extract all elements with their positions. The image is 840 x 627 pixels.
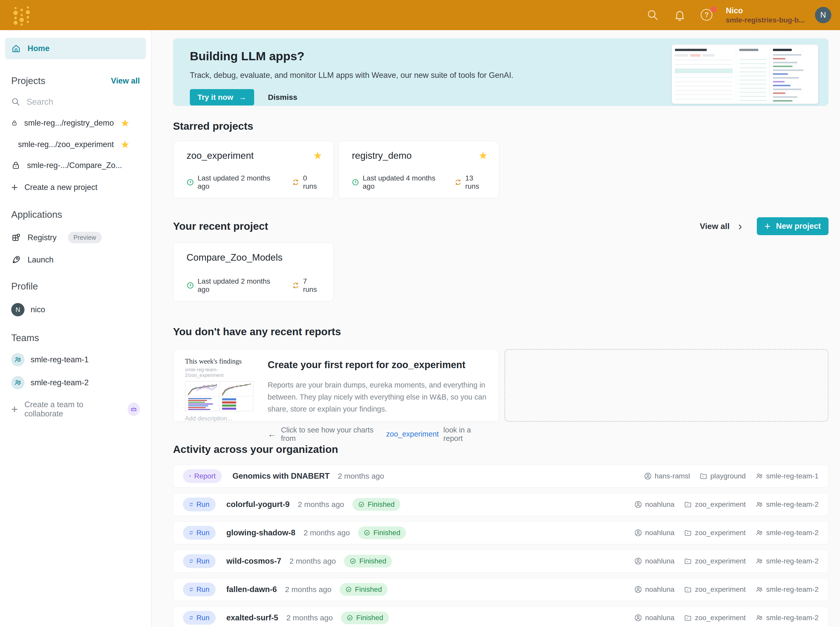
star-icon[interactable]: ★: [313, 150, 322, 161]
activity-row-run[interactable]: Run exalted-surf-5 2 months ago Finished…: [173, 607, 829, 627]
plus-icon: +: [11, 182, 18, 193]
search-input[interactable]: [27, 97, 124, 107]
recent-view-all-link[interactable]: View all ›: [700, 222, 742, 231]
activity-row-run[interactable]: Run fallen-dawn-6 2 months ago Finished …: [173, 578, 829, 601]
notifications-bell-icon[interactable]: [674, 9, 686, 21]
status-badge-finished: Finished: [358, 526, 406, 539]
user-menu[interactable]: Nico smle-registries-bug-b...: [726, 6, 805, 24]
star-icon[interactable]: ★: [120, 139, 130, 150]
activity-row-report[interactable]: Report Genomics with DNABERT 2 months ag…: [173, 465, 829, 488]
status-badge-finished: Finished: [352, 498, 400, 511]
runs-icon: [455, 178, 462, 186]
sidebar-project-compare-zoo[interactable]: smle-reg-.../Compare_Zo...: [5, 161, 146, 170]
team-people-icon: [14, 356, 22, 364]
create-new-project-button[interactable]: + Create a new project: [5, 182, 146, 193]
team-icon: [755, 557, 763, 565]
activity-user: noahluna: [645, 585, 675, 594]
project-card-title: registry_demo: [352, 150, 412, 161]
report-thumb-title: This week's findings: [185, 358, 253, 365]
rocket-icon: [11, 255, 21, 265]
sidebar-project-zoo-experiment[interactable]: smle-reg.../zoo_experiment ★: [5, 139, 146, 150]
lock-icon: [11, 118, 17, 128]
user-icon: [634, 529, 642, 537]
activity-team: smle-reg-team-2: [766, 585, 819, 594]
chevron-right-icon: ›: [738, 222, 742, 230]
report-badge: Report: [183, 469, 222, 483]
activity-user: hans-ramsl: [655, 472, 690, 480]
sidebar-item-team-1[interactable]: smle-reg-team-1: [5, 353, 146, 366]
project-card-zoo-experiment[interactable]: zoo_experiment ★ Last updated 2 months a…: [173, 141, 334, 198]
search-icon[interactable]: [647, 9, 659, 21]
activity-project: zoo_experiment: [695, 529, 746, 537]
crown-icon: [127, 403, 140, 416]
create-team-button[interactable]: + Create a team to collaborate: [5, 400, 146, 418]
create-report-body: Reports are your brain dumps, eureka mom…: [267, 379, 488, 415]
activity-time: 2 months ago: [338, 472, 384, 480]
check-circle-icon: [346, 614, 353, 621]
project-card-compare-zoo-models[interactable]: Compare_Zoo_Models Last updated 2 months…: [173, 243, 334, 301]
folder-icon: [684, 557, 692, 565]
search-icon: [11, 97, 20, 106]
sidebar-item-registry[interactable]: Registry Preview: [5, 232, 146, 243]
help-icon[interactable]: ?: [701, 9, 713, 21]
weave-screenshot-table: [672, 45, 736, 104]
last-updated-text: Last updated 2 months ago: [198, 174, 282, 191]
activity-project: playground: [710, 472, 746, 480]
runs-count-text: 7 runs: [303, 277, 322, 294]
sidebar-project-registry-demo[interactable]: smle-reg.../registry_demo ★: [5, 118, 146, 128]
star-icon[interactable]: ★: [478, 150, 488, 161]
wandb-logo-icon[interactable]: [11, 4, 33, 26]
activity-team: smle-reg-team-1: [766, 472, 819, 480]
starred-projects-heading: Starred projects: [173, 120, 829, 132]
badge-label: Run: [197, 557, 209, 565]
report-thumbnail: This week's findings smle-reg-team-2/zoo…: [185, 358, 253, 413]
create-project-label: Create a new project: [25, 183, 98, 192]
check-circle-icon: [358, 501, 365, 508]
star-icon[interactable]: ★: [120, 118, 130, 128]
activity-time: 2 months ago: [285, 585, 332, 594]
try-it-now-button[interactable]: Try it now →: [190, 89, 254, 106]
sidebar-item-profile-nico[interactable]: N nico: [5, 303, 146, 316]
runs-count-text: 0 runs: [303, 174, 322, 191]
registry-label: Registry: [28, 233, 57, 242]
badge-label: Run: [197, 614, 209, 622]
activity-row-run[interactable]: Run glowing-shadow-8 2 months ago Finish…: [173, 521, 829, 544]
activity-row-run[interactable]: Run wild-cosmos-7 2 months ago Finished …: [173, 550, 829, 573]
check-circle-icon: [363, 529, 370, 536]
profile-section-header: Profile: [5, 281, 146, 292]
folder-icon: [684, 586, 692, 593]
run-sync-icon: [189, 586, 193, 593]
run-badge: Run: [183, 498, 216, 511]
badge-label: Run: [197, 585, 209, 594]
new-project-label: New project: [776, 222, 821, 231]
sidebar-item-team-2[interactable]: smle-reg-team-2: [5, 376, 146, 389]
weave-screenshot-tree: [736, 45, 770, 104]
project-card-registry-demo[interactable]: registry_demo ★ Last updated 4 months ag…: [338, 141, 499, 198]
view-all-label: View all: [700, 222, 730, 231]
clock-icon: [187, 178, 194, 186]
folder-icon: [684, 614, 692, 622]
arrow-right-icon: →: [239, 93, 247, 102]
zoo-experiment-link[interactable]: zoo_experiment: [386, 430, 439, 438]
activity-team: smle-reg-team-2: [766, 557, 819, 565]
report-link-suffix: look in a report: [444, 426, 488, 443]
activity-user: noahluna: [645, 614, 675, 622]
activity-user: noahluna: [645, 500, 675, 509]
create-report-card[interactable]: This week's findings smle-reg-team-2/zoo…: [173, 349, 499, 422]
line-chart-thumb: [186, 382, 219, 396]
sidebar-item-launch[interactable]: Launch: [5, 255, 146, 265]
projects-view-all-link[interactable]: View all: [111, 76, 140, 85]
recent-project-heading: Your recent project: [173, 220, 268, 232]
activity-row-run[interactable]: Run colorful-yogurt-9 2 months ago Finis…: [173, 493, 829, 516]
activity-name: Genomics with DNABERT: [233, 471, 330, 481]
report-clipboard-icon: [189, 473, 191, 479]
activity-time: 2 months ago: [298, 500, 344, 509]
user-avatar[interactable]: N: [815, 7, 831, 23]
weave-screenshot: [672, 44, 818, 104]
report-thumb-subtitle: smle-reg-team-2/zoo_experiment: [185, 367, 253, 378]
dismiss-button[interactable]: Dismiss: [268, 93, 297, 102]
sidebar-item-home[interactable]: Home: [5, 38, 146, 59]
run-sync-icon: [189, 614, 193, 621]
new-project-button[interactable]: + New project: [757, 217, 829, 235]
run-badge: Run: [183, 583, 216, 596]
